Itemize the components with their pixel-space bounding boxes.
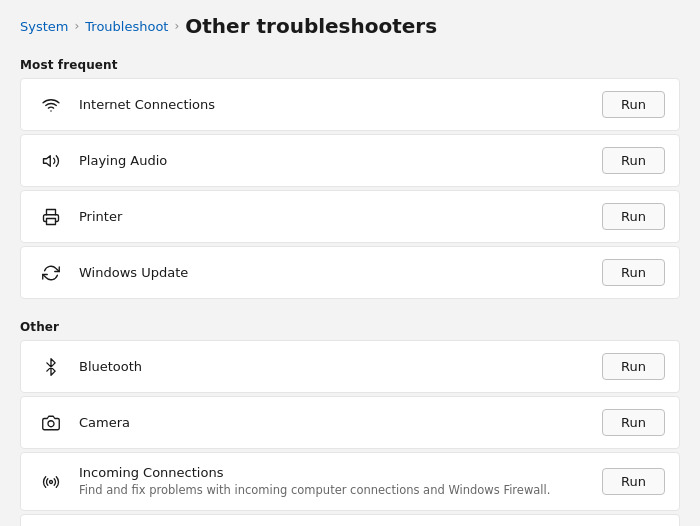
list-item-windows-update: Windows Update Run bbox=[20, 246, 680, 299]
other-items: Bluetooth Run Camera Run Incoming Connec… bbox=[10, 340, 690, 526]
internet-connections-text: Internet Connections bbox=[67, 97, 602, 112]
most-frequent-items: Internet Connections Run Playing Audio R… bbox=[10, 78, 690, 299]
section-label-most-frequent: Most frequent bbox=[0, 48, 700, 78]
camera-run-button[interactable]: Run bbox=[602, 409, 665, 436]
breadcrumb-sep-2: › bbox=[174, 19, 179, 33]
list-item-playing-audio: Playing Audio Run bbox=[20, 134, 680, 187]
svg-point-3 bbox=[48, 420, 54, 426]
svg-marker-1 bbox=[44, 155, 51, 166]
camera-name: Camera bbox=[79, 415, 590, 430]
breadcrumb-current: Other troubleshooters bbox=[185, 14, 437, 38]
svg-rect-2 bbox=[47, 218, 56, 224]
incoming-connections-run-button[interactable]: Run bbox=[602, 468, 665, 495]
incoming-connections-name: Incoming Connections bbox=[79, 465, 590, 480]
printer-name: Printer bbox=[79, 209, 590, 224]
camera-text: Camera bbox=[67, 415, 602, 430]
list-item-bluetooth: Bluetooth Run bbox=[20, 340, 680, 393]
network-icon bbox=[35, 473, 67, 491]
printer-icon bbox=[35, 208, 67, 226]
bluetooth-name: Bluetooth bbox=[79, 359, 590, 374]
breadcrumb: System › Troubleshoot › Other troublesho… bbox=[0, 0, 700, 48]
list-item-printer: Printer Run bbox=[20, 190, 680, 243]
list-item-internet-connections: Internet Connections Run bbox=[20, 78, 680, 131]
printer-run-button[interactable]: Run bbox=[602, 203, 665, 230]
printer-text: Printer bbox=[67, 209, 602, 224]
bluetooth-text: Bluetooth bbox=[67, 359, 602, 374]
update-icon bbox=[35, 264, 67, 282]
windows-update-name: Windows Update bbox=[79, 265, 590, 280]
list-item-incoming-connections: Incoming Connections Find and fix proble… bbox=[20, 452, 680, 511]
incoming-connections-desc: Find and fix problems with incoming comp… bbox=[79, 482, 590, 498]
internet-connections-name: Internet Connections bbox=[79, 97, 590, 112]
svg-point-0 bbox=[50, 110, 52, 112]
audio-icon bbox=[35, 152, 67, 170]
windows-update-text: Windows Update bbox=[67, 265, 602, 280]
breadcrumb-system[interactable]: System bbox=[20, 19, 68, 34]
playing-audio-run-button[interactable]: Run bbox=[602, 147, 665, 174]
svg-point-4 bbox=[50, 480, 53, 483]
breadcrumb-troubleshoot[interactable]: Troubleshoot bbox=[85, 19, 168, 34]
breadcrumb-sep-1: › bbox=[74, 19, 79, 33]
section-label-other: Other bbox=[0, 310, 700, 340]
windows-update-run-button[interactable]: Run bbox=[602, 259, 665, 286]
camera-icon bbox=[35, 414, 67, 432]
internet-connections-run-button[interactable]: Run bbox=[602, 91, 665, 118]
wifi-icon bbox=[35, 96, 67, 114]
playing-audio-name: Playing Audio bbox=[79, 153, 590, 168]
bluetooth-icon bbox=[35, 358, 67, 376]
incoming-connections-text: Incoming Connections Find and fix proble… bbox=[67, 465, 602, 498]
list-item-keyboard: Keyboard Run bbox=[20, 514, 680, 526]
list-item-camera: Camera Run bbox=[20, 396, 680, 449]
playing-audio-text: Playing Audio bbox=[67, 153, 602, 168]
bluetooth-run-button[interactable]: Run bbox=[602, 353, 665, 380]
